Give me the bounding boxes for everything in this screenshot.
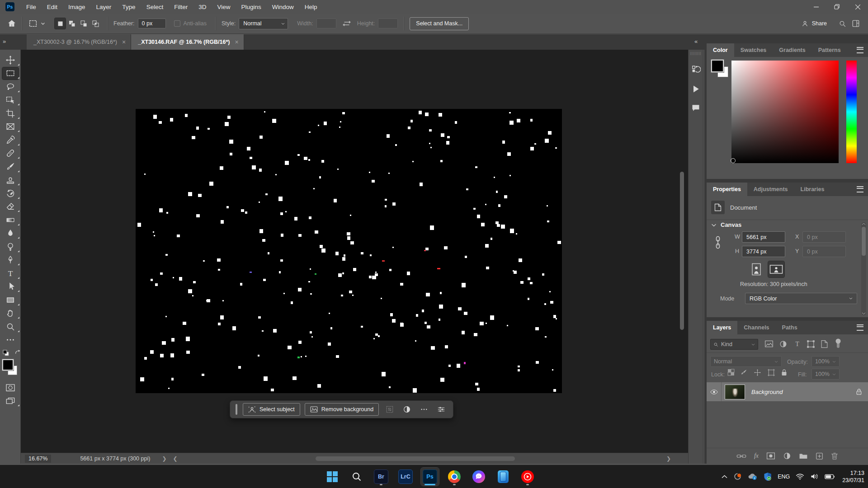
menu-plugins[interactable]: Plugins [236,0,266,14]
menu-3d[interactable]: 3D [193,0,212,14]
history-panel-icon[interactable] [691,65,701,75]
layers-tab-paths[interactable]: Paths [776,321,804,334]
properties-panel-menu-icon[interactable] [857,183,868,196]
default-swap-colors-widget[interactable] [3,349,18,357]
swap-colors-icon[interactable] [14,349,21,356]
layers-panel-menu-icon[interactable] [857,321,868,334]
brush-tool[interactable] [0,160,21,174]
delete-layer-icon[interactable] [831,452,838,460]
clone-stamp-tool[interactable] [0,174,21,187]
taskbar-properties-icon[interactable] [435,404,448,415]
default-colors-icon[interactable] [3,350,9,357]
filter-shape-layers-icon[interactable] [807,340,815,348]
tab-close-icon[interactable]: × [122,38,126,46]
menu-filter[interactable]: Filter [169,0,193,14]
home-icon[interactable] [7,19,16,28]
lock-image-pixels-icon[interactable] [740,369,748,376]
status-next-icon[interactable]: ❯ [162,455,166,462]
layer-thumbnail[interactable] [725,385,745,399]
menu-window[interactable]: Window [267,0,299,14]
menu-image[interactable]: Image [63,0,91,14]
status-prev-icon[interactable]: ❮ [173,455,177,462]
crop-tool[interactable] [0,107,21,120]
menu-edit[interactable]: Edit [42,0,63,14]
canvas-width-input[interactable]: 5661 px [742,231,785,243]
dodge-tool[interactable] [0,240,21,253]
height-input[interactable] [378,19,398,28]
color-tab-color[interactable]: Color [707,43,734,57]
anti-alias-checkbox[interactable] [174,20,180,27]
lock-all-icon[interactable] [781,369,788,376]
spot-healing-brush-tool[interactable] [0,147,21,160]
foreground-background-swatches[interactable] [711,60,729,80]
lasso-tool[interactable] [0,80,21,94]
zoom-level-field[interactable]: 16.67% [25,455,51,463]
canvas-document[interactable] [136,109,562,393]
wifi-icon[interactable] [796,473,804,480]
onedrive-icon[interactable]: i [748,473,758,480]
filter-type-layers-icon[interactable]: T [793,340,802,348]
tab-close-icon[interactable]: × [235,38,238,46]
language-indicator[interactable]: ENG [778,474,790,480]
layer-effects-icon[interactable]: fx [754,452,759,460]
menu-type[interactable]: Type [117,0,141,14]
width-input[interactable] [316,19,336,28]
canvas-area[interactable]: Select subject Remove background [21,50,688,453]
taskbar-drag-handle[interactable] [236,404,237,415]
menu-help[interactable]: Help [299,0,323,14]
rectangular-marquee-tool[interactable] [0,67,21,80]
swap-width-height-icon[interactable] [343,20,351,27]
taskbar-bridge-icon[interactable]: Br [372,468,390,486]
feather-input[interactable]: 0 px [138,19,166,28]
color-panel-menu-icon[interactable] [857,43,868,57]
taskbar-start-icon[interactable] [323,468,341,486]
hue-slider[interactable] [846,61,857,163]
taskbar-lightroom-icon[interactable]: LrC [396,468,415,486]
menu-select[interactable]: Select [141,0,169,14]
hand-tool[interactable] [0,307,21,320]
eyedropper-tool[interactable] [0,133,21,147]
layer-name[interactable]: Background [751,389,783,395]
opacity-input[interactable]: 100% [811,356,840,367]
layer-filter-kind-dropdown[interactable]: Kind [710,339,758,350]
canvas-y-input[interactable]: 0 px [802,246,846,257]
type-tool[interactable]: T [0,267,21,280]
minimize-button[interactable] [806,0,826,14]
pen-tool[interactable] [0,253,21,267]
screen-mode-button[interactable] [0,394,21,408]
eraser-tool[interactable] [0,200,21,214]
document-tab-1[interactable]: _XT30002-3 @ 16.7% (RGB/16*)× [27,34,131,50]
properties-tab-adjustments[interactable]: Adjustments [747,183,794,196]
color-tab-patterns[interactable]: Patterns [812,43,847,57]
color-tab-gradients[interactable]: Gradients [773,43,811,57]
filter-smart-objects-icon[interactable] [821,340,828,348]
search-icon[interactable] [839,20,846,28]
layers-tab-layers[interactable]: Layers [707,321,737,334]
color-picker-marker[interactable] [731,158,736,163]
add-to-selection-mode-button[interactable] [66,18,77,29]
horizontal-scrollbar[interactable] [316,456,515,461]
taskbar-photoshop-icon[interactable]: Ps [421,468,439,486]
rectangle-tool[interactable] [0,293,21,307]
subtract-from-selection-mode-button[interactable] [78,18,89,29]
taskbar-messenger-icon[interactable] [470,468,488,486]
select-and-mask-button[interactable]: Select and Mask... [410,17,469,30]
layer-visibility-toggle[interactable] [707,382,722,401]
color-saturation-field[interactable] [731,61,839,163]
layers-tab-channels[interactable]: Channels [737,321,775,334]
lock-position-icon[interactable] [754,369,761,376]
menu-file[interactable]: File [21,0,42,14]
new-layer-icon[interactable] [816,452,823,460]
filter-pixel-layers-icon[interactable] [764,340,774,348]
style-dropdown[interactable]: Normal [239,18,288,29]
taskbar-chrome-icon[interactable] [445,468,463,486]
new-group-icon[interactable] [799,452,808,460]
more-options-icon[interactable] [418,404,430,415]
zoom-tool[interactable] [0,320,21,333]
properties-scrollbar-thumb[interactable] [862,227,866,256]
filter-toggle-switch[interactable] [835,338,841,349]
document-tab-2[interactable]: _XT30146.RAF @ 16.7% (RGB/16*)× [131,34,244,50]
history-brush-tool[interactable] [0,187,21,200]
menu-layer[interactable]: Layer [91,0,117,14]
path-selection-tool[interactable] [0,280,21,294]
